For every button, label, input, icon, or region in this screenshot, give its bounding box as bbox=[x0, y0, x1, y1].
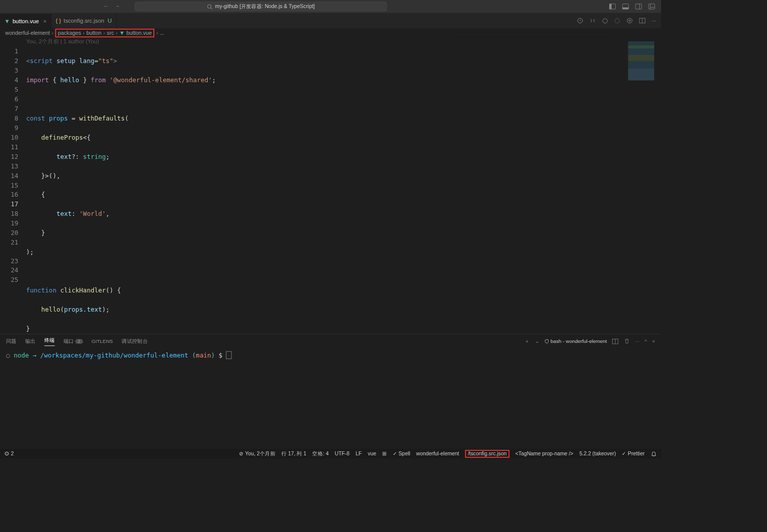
close-icon[interactable]: × bbox=[43, 18, 47, 24]
svg-point-15 bbox=[629, 20, 630, 21]
split-icon[interactable] bbox=[639, 17, 645, 24]
customize-layout-icon[interactable] bbox=[648, 3, 655, 10]
maximize-icon[interactable]: ^ bbox=[644, 338, 647, 343]
svg-rect-6 bbox=[635, 4, 641, 9]
svg-point-12 bbox=[603, 18, 607, 23]
status-eol[interactable]: LF bbox=[356, 451, 362, 457]
title-actions bbox=[609, 3, 658, 10]
chevron-right-icon: › bbox=[116, 30, 118, 36]
editor: You, 2个月前 | 1 author (You) 1234567891011… bbox=[0, 38, 661, 334]
svg-line-1 bbox=[211, 8, 212, 9]
command-center-search[interactable]: my-github [开发容器: Node.js & TypeScript] bbox=[135, 2, 387, 11]
nav-arrows: ← → bbox=[103, 4, 120, 10]
panel-tab-gitlens[interactable]: GITLENS bbox=[92, 338, 113, 343]
panel-tab-debug[interactable]: 调试控制台 bbox=[122, 338, 148, 344]
svg-point-14 bbox=[627, 18, 632, 23]
breadcrumb-more[interactable]: ... bbox=[160, 30, 164, 36]
breadcrumb: wonderful-element › packages › button › … bbox=[0, 28, 661, 38]
svg-rect-5 bbox=[622, 8, 628, 9]
status-blame[interactable]: ⊘You, 2个月前 bbox=[239, 450, 275, 458]
panel-tab-ports[interactable]: 端口2 bbox=[64, 338, 83, 344]
title-bar: ← → my-github [开发容器: Node.js & TypeScrip… bbox=[0, 0, 661, 13]
bash-icon: ⬡ bbox=[545, 338, 549, 344]
search-icon bbox=[207, 4, 212, 9]
chevron-right-icon: › bbox=[156, 30, 158, 36]
tab-button-vue[interactable]: ▼ button.vue × bbox=[0, 13, 51, 28]
status-bar: ⵙ2 ⊘You, 2个月前 行 17, 列 1 空格: 4 UTF-8 LF v… bbox=[0, 449, 661, 458]
vue-icon: ▼ bbox=[120, 30, 125, 36]
more-icon[interactable]: ··· bbox=[635, 338, 639, 343]
layout-bottom-icon[interactable] bbox=[622, 3, 629, 10]
panel-tab-problems[interactable]: 问题 bbox=[6, 338, 17, 344]
back-arrow-icon[interactable]: ← bbox=[103, 4, 108, 10]
status-cursor[interactable]: 行 17, 列 1 bbox=[281, 450, 306, 458]
remote-indicator[interactable]: ⵙ2 bbox=[5, 451, 14, 457]
breadcrumb-root[interactable]: wonderful-element bbox=[5, 30, 50, 36]
new-terminal-icon[interactable]: ＋ bbox=[524, 338, 529, 344]
person-icon: ⊘ bbox=[239, 450, 244, 458]
history-icon[interactable] bbox=[577, 17, 583, 24]
run-icon[interactable] bbox=[602, 18, 608, 24]
status-encoding[interactable]: UTF-8 bbox=[335, 451, 349, 457]
svg-point-13 bbox=[615, 18, 620, 23]
json-icon: { } bbox=[55, 17, 61, 24]
gitlens-blame-top: You, 2个月前 | 1 author (You) bbox=[0, 38, 661, 46]
terminal-content[interactable]: ○ node → /workspaces/my-github/wonderful… bbox=[0, 348, 661, 362]
chevron-down-icon[interactable]: ⌄ bbox=[535, 338, 540, 344]
close-icon[interactable]: × bbox=[652, 338, 655, 343]
line-gutter: 123456789101112131415161718192021232425 bbox=[0, 46, 26, 334]
status-prettier[interactable]: ✓ Prettier bbox=[622, 451, 644, 457]
minimap[interactable] bbox=[615, 41, 659, 81]
chevron-right-icon: › bbox=[83, 30, 85, 36]
terminal-name[interactable]: ⬡bash - wonderful-element bbox=[545, 338, 607, 344]
run-icon-2[interactable] bbox=[614, 18, 620, 24]
status-tagname[interactable]: <TagName prop-name /> bbox=[515, 451, 573, 457]
vue-icon: ▼ bbox=[5, 18, 10, 24]
svg-rect-8 bbox=[648, 4, 655, 9]
editor-tabs: ▼ button.vue × { } tsconfig.src.json U ·… bbox=[0, 13, 661, 28]
svg-rect-3 bbox=[610, 4, 612, 9]
chevron-right-icon: › bbox=[103, 30, 105, 36]
workspace-title: my-github [开发容器: Node.js & TypeScript] bbox=[215, 3, 315, 11]
chevron-right-icon: › bbox=[51, 30, 53, 36]
copilot-icon[interactable]: ⊞ bbox=[382, 451, 387, 457]
tab-label: tsconfig.src.json bbox=[64, 17, 104, 24]
more-icon[interactable]: ··· bbox=[652, 18, 656, 24]
tab-label: button.vue bbox=[13, 18, 39, 24]
layout-right-icon[interactable] bbox=[635, 3, 642, 10]
svg-point-0 bbox=[208, 5, 211, 8]
breadcrumb-item[interactable]: button bbox=[86, 30, 101, 36]
breadcrumb-highlighted: packages › button › src › ▼ button.vue bbox=[55, 29, 154, 37]
panel-tab-output[interactable]: 输出 bbox=[25, 338, 36, 344]
panel-tabs: 问题 输出 终端 端口2 GITLENS 调试控制台 ＋ ⌄ ⬡bash - w… bbox=[0, 334, 661, 348]
editor-toolbar: ··· bbox=[577, 13, 661, 28]
status-indent[interactable]: 空格: 4 bbox=[312, 450, 328, 458]
status-project[interactable]: wonderful-element bbox=[416, 451, 459, 457]
trash-icon[interactable] bbox=[624, 338, 630, 344]
breadcrumb-item[interactable]: button.vue bbox=[127, 30, 152, 36]
forward-arrow-icon[interactable]: → bbox=[115, 4, 120, 10]
split-terminal-icon[interactable] bbox=[612, 338, 619, 344]
status-tsconfig-highlight[interactable]: /tsconfig.src.json bbox=[465, 450, 509, 458]
modified-indicator: U bbox=[108, 17, 112, 24]
git-icon[interactable] bbox=[626, 17, 633, 24]
code-area[interactable]: <script setup lang="ts"> import { hello … bbox=[26, 46, 661, 334]
status-spell[interactable]: ✓ Spell bbox=[393, 451, 410, 457]
status-ts-version[interactable]: 5.2.2 (takeover) bbox=[579, 451, 616, 457]
breadcrumb-item[interactable]: packages bbox=[58, 30, 81, 36]
compare-icon[interactable] bbox=[589, 17, 596, 24]
bottom-panel: 问题 输出 终端 端口2 GITLENS 调试控制台 ＋ ⌄ ⬡bash - w… bbox=[0, 334, 661, 449]
panel-tab-terminal[interactable]: 终端 bbox=[44, 337, 55, 346]
radio-icon: ⵙ bbox=[5, 451, 9, 457]
layout-left-icon[interactable] bbox=[609, 3, 616, 10]
status-lang[interactable]: vue bbox=[368, 451, 376, 457]
bell-icon[interactable] bbox=[651, 451, 657, 457]
tab-tsconfig[interactable]: { } tsconfig.src.json U bbox=[51, 13, 116, 28]
breadcrumb-item[interactable]: src bbox=[107, 30, 114, 36]
